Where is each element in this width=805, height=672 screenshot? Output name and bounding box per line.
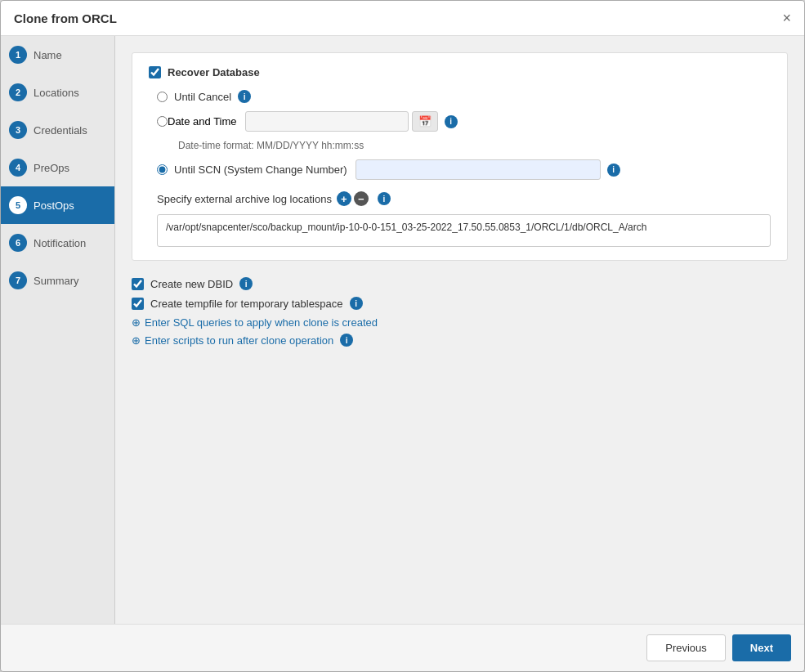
recover-db-label: Recover Database: [168, 66, 260, 78]
bottom-options: Create new DBID i Create tempfile for te…: [132, 277, 788, 352]
until-cancel-label: Until Cancel: [174, 91, 231, 103]
create-dbid-label: Create new DBID: [150, 278, 233, 290]
until-scn-radio[interactable]: [157, 164, 168, 175]
scn-info-icon[interactable]: i: [607, 164, 620, 177]
recover-db-checkbox[interactable]: [149, 66, 161, 78]
archive-log-row: Specify external archive log locations +…: [157, 191, 771, 206]
sidebar: 1 Name 2 Locations 3 Credentials 4 PreOp…: [1, 36, 115, 624]
sidebar-label-name: Name: [34, 49, 62, 61]
scripts-expand-icon: ⊕: [132, 334, 141, 347]
recover-db-section: Recover Database Until Cancel i Date and…: [132, 52, 788, 261]
step-num-5: 5: [9, 196, 27, 214]
sidebar-item-credentials[interactable]: 3 Credentials: [1, 111, 114, 149]
step-num-6: 6: [9, 234, 27, 252]
recover-db-row: Recover Database: [149, 66, 771, 78]
date-format-hint: Date-time format: MM/DD/YYYY hh:mm:ss: [178, 140, 771, 151]
dialog-title: Clone from ORCL: [14, 11, 117, 25]
clone-dialog: Clone from ORCL × 1 Name 2 Locations 3 C…: [0, 0, 805, 672]
sql-expand-icon: ⊕: [132, 316, 141, 329]
create-dbid-checkbox[interactable]: [132, 278, 144, 290]
sidebar-label-notification: Notification: [34, 237, 86, 249]
sidebar-label-locations: Locations: [34, 87, 79, 99]
sidebar-label-summary: Summary: [34, 275, 79, 287]
scn-input[interactable]: 1788879: [356, 159, 601, 180]
step-num-3: 3: [9, 121, 27, 139]
create-tempfile-checkbox[interactable]: [132, 298, 144, 310]
create-dbid-info-icon[interactable]: i: [239, 277, 253, 290]
dialog-header: Clone from ORCL ×: [1, 1, 804, 36]
step-num-7: 7: [9, 271, 27, 289]
sidebar-label-preops: PreOps: [34, 162, 69, 174]
main-content: Recover Database Until Cancel i Date and…: [115, 36, 804, 624]
previous-button[interactable]: Previous: [646, 634, 726, 661]
scn-row: Until SCN (System Change Number) 1788879…: [157, 159, 771, 180]
until-scn-label: Until SCN (System Change Number): [174, 164, 347, 176]
add-archive-log-button[interactable]: +: [337, 191, 351, 206]
sidebar-item-name[interactable]: 1 Name: [1, 36, 114, 74]
calendar-button[interactable]: 📅: [412, 111, 438, 132]
dialog-body: 1 Name 2 Locations 3 Credentials 4 PreOp…: [1, 36, 804, 624]
create-tempfile-label: Create tempfile for temporary tablespace: [150, 298, 343, 310]
sidebar-item-preops[interactable]: 4 PreOps: [1, 149, 114, 186]
archive-log-label: Specify external archive log locations: [157, 193, 332, 205]
sql-queries-link[interactable]: Enter SQL queries to apply when clone is…: [145, 316, 378, 329]
until-cancel-radio[interactable]: [157, 92, 168, 102]
date-time-input[interactable]: [245, 111, 409, 132]
sidebar-label-postops: PostOps: [34, 199, 74, 212]
archive-log-info-icon[interactable]: i: [378, 192, 391, 205]
radio-group: Until Cancel i Date and Time 📅 i Date-ti…: [157, 90, 771, 247]
create-tempfile-row: Create tempfile for temporary tablespace…: [132, 297, 788, 310]
sidebar-item-locations[interactable]: 2 Locations: [1, 74, 114, 111]
dialog-footer: Previous Next: [1, 624, 804, 671]
date-time-label: Date and Time: [168, 115, 237, 128]
next-button[interactable]: Next: [732, 634, 791, 661]
scripts-info-icon[interactable]: i: [340, 334, 353, 347]
step-num-4: 4: [9, 159, 27, 177]
date-time-radio[interactable]: [157, 116, 168, 127]
remove-archive-log-button[interactable]: −: [354, 191, 369, 206]
step-num-1: 1: [9, 46, 27, 64]
until-cancel-info-icon[interactable]: i: [238, 90, 251, 103]
sql-queries-row: ⊕ Enter SQL queries to apply when clone …: [132, 316, 788, 329]
scripts-row: ⊕ Enter scripts to run after clone opera…: [132, 334, 788, 347]
sidebar-label-credentials: Credentials: [34, 124, 87, 137]
until-cancel-row: Until Cancel i: [157, 90, 771, 103]
close-button[interactable]: ×: [782, 11, 791, 25]
step-num-2: 2: [9, 83, 27, 101]
sidebar-item-summary[interactable]: 7 Summary: [1, 262, 114, 299]
create-dbid-row: Create new DBID i: [132, 277, 788, 290]
scripts-link[interactable]: Enter scripts to run after clone operati…: [145, 334, 333, 347]
date-time-row: Date and Time 📅 i: [157, 111, 771, 132]
sidebar-item-postops[interactable]: 5 PostOps: [1, 186, 114, 224]
archive-path-box: /var/opt/snapcenter/sco/backup_mount/ip-…: [157, 214, 771, 247]
date-time-info-icon[interactable]: i: [445, 115, 458, 128]
sidebar-item-notification[interactable]: 6 Notification: [1, 224, 114, 262]
create-tempfile-info-icon[interactable]: i: [350, 297, 363, 310]
